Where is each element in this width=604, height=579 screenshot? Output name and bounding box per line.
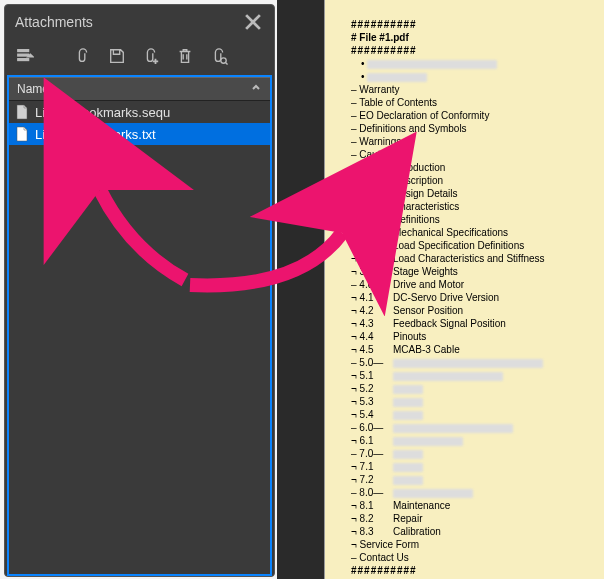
- attachment-row[interactable]: List of Bookmarks.txt: [9, 123, 270, 145]
- doc-line: – 8.0—: [351, 486, 598, 499]
- doc-line: ¬ 5.1: [351, 369, 598, 382]
- save-attachment-button[interactable]: [107, 46, 127, 66]
- doc-line: ¬ 3.2Mechanical Specifications: [351, 226, 598, 239]
- add-attachment-button[interactable]: [141, 46, 161, 66]
- doc-line: ¬ 7.2: [351, 473, 598, 486]
- doc-line: ¬ 7.1: [351, 460, 598, 473]
- doc-line: – Caution: [351, 148, 598, 161]
- attachments-panel: Attachments Name List of Bookmarks.se: [4, 4, 275, 577]
- svg-rect-1: [18, 54, 29, 56]
- doc-line: – 3.0—Characteristics: [351, 200, 598, 213]
- sort-caret-icon: [250, 82, 262, 97]
- svg-rect-0: [18, 50, 29, 52]
- attachment-label: List of Bookmarks.txt: [35, 127, 156, 142]
- doc-line: # File #1.pdf: [351, 31, 598, 44]
- doc-line: – EO Declaration of Conformity: [351, 109, 598, 122]
- doc-line: – Definitions and Symbols: [351, 122, 598, 135]
- text-file-icon: [15, 126, 29, 142]
- panel-gutter: [277, 0, 325, 579]
- doc-line: – Warranty: [351, 83, 598, 96]
- doc-line: – 4.0—Drive and Motor: [351, 278, 598, 291]
- doc-line: ¬ 4.5MCAB-3 Cable: [351, 343, 598, 356]
- doc-line: ¬ 3.4Load Characteristics and Stiffness: [351, 252, 598, 265]
- doc-line: ¬ 4.3Feedback Signal Position: [351, 317, 598, 330]
- doc-line: ##########: [351, 18, 598, 31]
- doc-line: ¬ 2.1Design Details: [351, 187, 598, 200]
- doc-line: ¬ 5.3: [351, 395, 598, 408]
- doc-line: ¬ 5.4: [351, 408, 598, 421]
- attachments-toolbar: [5, 39, 274, 73]
- doc-line: ##########: [351, 564, 598, 577]
- attachment-row[interactable]: List of Bookmarks.sequ: [9, 101, 270, 123]
- column-name-label: Name: [17, 82, 49, 96]
- search-attachments-button[interactable]: [209, 46, 229, 66]
- doc-line: ¬ 4.4Pinouts: [351, 330, 598, 343]
- doc-line: ##########: [351, 44, 598, 57]
- delete-attachment-button[interactable]: [175, 46, 195, 66]
- list-column-header[interactable]: Name: [9, 77, 270, 101]
- doc-line: – Contact Us: [351, 551, 598, 564]
- doc-line: ¬ 8.2Repair: [351, 512, 598, 525]
- doc-line: ¬ 8.3Calibration: [351, 525, 598, 538]
- doc-line: – 6.0—: [351, 421, 598, 434]
- attachment-label: List of Bookmarks.sequ: [35, 105, 170, 120]
- doc-line: ¬ 5.2: [351, 382, 598, 395]
- doc-line: ¬ 6.1: [351, 434, 598, 447]
- panel-title: Attachments: [15, 14, 93, 30]
- doc-line: – 5.0—: [351, 356, 598, 369]
- svg-rect-2: [18, 59, 29, 61]
- panel-header: Attachments: [5, 5, 274, 39]
- doc-line: ¬ 4.2Sensor Position: [351, 304, 598, 317]
- open-attachment-button[interactable]: [73, 46, 93, 66]
- doc-line: ¬ 3.3Load Specification Definitions: [351, 239, 598, 252]
- svg-point-3: [221, 58, 226, 63]
- document-preview: ########### File #1.pdf##########• • – W…: [325, 0, 604, 579]
- doc-line: •: [351, 70, 598, 83]
- doc-line: •: [351, 57, 598, 70]
- list-options-button[interactable]: [15, 46, 35, 66]
- doc-line: ¬ 4.1DC-Servo Drive Version: [351, 291, 598, 304]
- doc-line: – Warnings: [351, 135, 598, 148]
- doc-line: ¬ 3.5Stage Weights: [351, 265, 598, 278]
- doc-line: – 2.0—Description: [351, 174, 598, 187]
- doc-line: ¬ 3.1Definitions: [351, 213, 598, 226]
- doc-line: – Table of Contents: [351, 96, 598, 109]
- attachments-list[interactable]: Name List of Bookmarks.sequList of Bookm…: [7, 75, 272, 576]
- doc-line: – 1.0—Introduction: [351, 161, 598, 174]
- doc-line: ¬ 8.1Maintenance: [351, 499, 598, 512]
- sequ-file-icon: [15, 104, 29, 120]
- close-icon[interactable]: [242, 11, 264, 33]
- doc-line: ¬ Service Form: [351, 538, 598, 551]
- doc-line: – 7.0—: [351, 447, 598, 460]
